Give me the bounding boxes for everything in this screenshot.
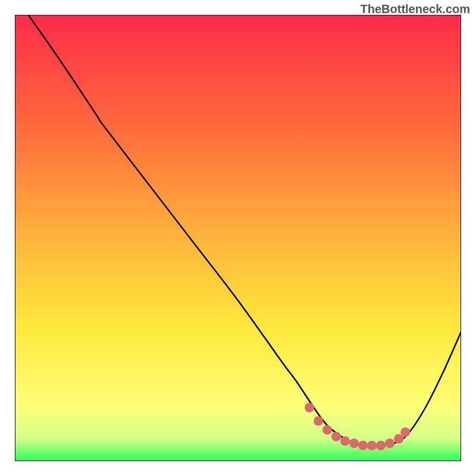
highlight-dot xyxy=(400,427,410,437)
chart-container: TheBottleneck.com xyxy=(0,0,476,476)
gradient-background xyxy=(15,15,461,461)
highlight-dot xyxy=(305,403,314,412)
watermark-text: TheBottleneck.com xyxy=(361,2,470,16)
highlight-dot xyxy=(314,416,323,426)
plot-area xyxy=(15,15,461,461)
highlight-dot xyxy=(376,441,386,450)
highlight-dot xyxy=(385,439,394,448)
highlight-dot xyxy=(358,441,368,450)
highlight-dot xyxy=(322,425,332,435)
highlight-dot xyxy=(331,432,341,441)
highlight-dot xyxy=(367,441,377,450)
highlight-dot xyxy=(349,439,359,448)
highlight-dot xyxy=(340,436,350,446)
chart-svg xyxy=(15,15,461,461)
